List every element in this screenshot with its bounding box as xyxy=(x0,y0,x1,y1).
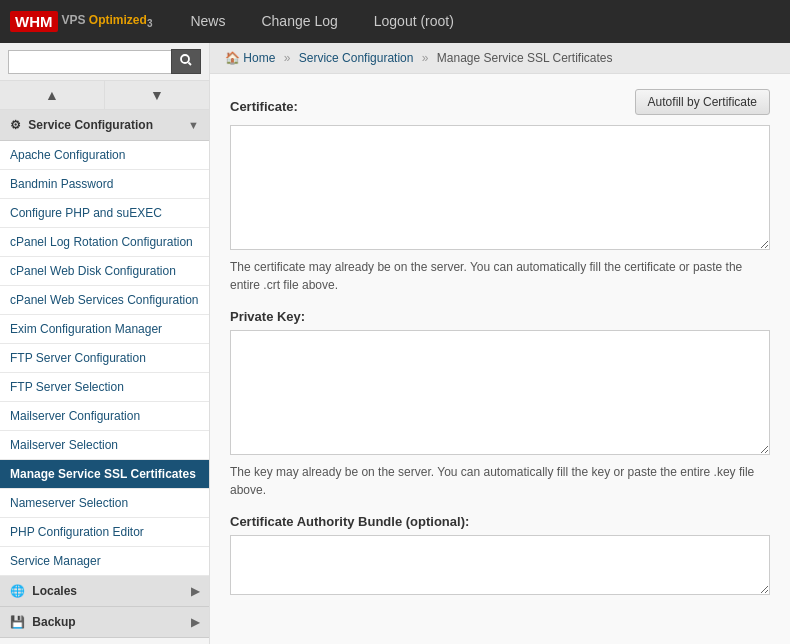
sidebar-arrows: ▲ ▼ xyxy=(0,81,209,110)
vps-text: VPS Optimized3 xyxy=(62,13,153,29)
search-button[interactable] xyxy=(171,49,201,74)
sidebar-item[interactable]: cPanel Web Services Configuration xyxy=(0,286,209,315)
sidebar-section-locales[interactable]: 🌐 Locales ▶ xyxy=(0,576,209,607)
sidebar-item[interactable]: PHP Configuration Editor xyxy=(0,518,209,547)
gear-icon: ⚙ xyxy=(10,118,21,132)
sidebar: ▲ ▼ ⚙ Service Configuration ▼ Apache Con… xyxy=(0,43,210,644)
sidebar-item[interactable]: cPanel Web Disk Configuration xyxy=(0,257,209,286)
logo: WHM VPS Optimized3 xyxy=(10,11,152,32)
svg-line-1 xyxy=(189,63,192,66)
sidebar-section-label: Service Configuration xyxy=(28,118,153,132)
breadcrumb-sep-1: » xyxy=(284,51,291,65)
sidebar-item[interactable]: Exim Configuration Manager xyxy=(0,315,209,344)
cab-textarea[interactable] xyxy=(230,535,770,595)
sidebar-locales-label: Locales xyxy=(32,584,77,598)
breadcrumb-service-config[interactable]: Service Configuration xyxy=(299,51,414,65)
chevron-down-icon: ▼ xyxy=(188,119,199,131)
sidebar-backup-label: Backup xyxy=(32,615,75,629)
svg-point-0 xyxy=(181,55,189,63)
cab-label: Certificate Authority Bundle (optional): xyxy=(230,514,770,529)
breadcrumb-current: Manage Service SSL Certificates xyxy=(437,51,613,65)
locales-arrow-icon: ▶ xyxy=(191,585,199,598)
backup-icon: 💾 xyxy=(10,615,25,629)
sidebar-item[interactable]: FTP Server Selection xyxy=(0,373,209,402)
sidebar-item[interactable]: Mailserver Selection xyxy=(0,431,209,460)
backup-arrow-icon: ▶ xyxy=(191,616,199,629)
sidebar-section-service-config[interactable]: ⚙ Service Configuration ▼ xyxy=(0,110,209,141)
content-area: Certificate: Autofill by Certificate The… xyxy=(210,74,790,610)
whm-logo-text: WHM xyxy=(10,11,58,32)
certificate-label: Certificate: xyxy=(230,99,298,114)
breadcrumb: 🏠 Home » Service Configuration » Manage … xyxy=(210,43,790,74)
search-input[interactable] xyxy=(8,50,171,74)
sidebar-items-list: Apache ConfigurationBandmin PasswordConf… xyxy=(0,141,209,576)
sidebar-down-arrow[interactable]: ▼ xyxy=(105,81,209,109)
breadcrumb-sep-2: » xyxy=(422,51,429,65)
sidebar-item[interactable]: Bandmin Password xyxy=(0,170,209,199)
search-icon xyxy=(180,54,192,66)
breadcrumb-home[interactable]: Home xyxy=(243,51,275,65)
nav-news[interactable]: News xyxy=(172,0,243,43)
search-bar xyxy=(0,43,209,81)
sidebar-item[interactable]: Nameserver Selection xyxy=(0,489,209,518)
home-icon: 🏠 xyxy=(225,51,240,65)
top-navigation: WHM VPS Optimized3 News Change Log Logou… xyxy=(0,0,790,43)
nav-logout[interactable]: Logout (root) xyxy=(356,0,472,43)
sidebar-item[interactable]: Service Manager xyxy=(0,547,209,576)
main-layout: ▲ ▼ ⚙ Service Configuration ▼ Apache Con… xyxy=(0,43,790,644)
sidebar-item[interactable]: Configure PHP and suEXEC xyxy=(0,199,209,228)
sidebar-item[interactable]: Mailserver Configuration xyxy=(0,402,209,431)
certificate-textarea[interactable] xyxy=(230,125,770,250)
sidebar-item[interactable]: Apache Configuration xyxy=(0,141,209,170)
main-content: 🏠 Home » Service Configuration » Manage … xyxy=(210,43,790,644)
certificate-hint: The certificate may already be on the se… xyxy=(230,258,770,294)
sidebar-item[interactable]: Manage Service SSL Certificates xyxy=(0,460,209,489)
locales-icon: 🌐 xyxy=(10,584,25,598)
sidebar-item[interactable]: FTP Server Configuration xyxy=(0,344,209,373)
private-key-hint: The key may already be on the server. Yo… xyxy=(230,463,770,499)
sidebar-up-arrow[interactable]: ▲ xyxy=(0,81,105,109)
autofill-certificate-button[interactable]: Autofill by Certificate xyxy=(635,89,770,115)
certificate-row-header: Certificate: Autofill by Certificate xyxy=(230,89,770,120)
nav-changelog[interactable]: Change Log xyxy=(243,0,355,43)
private-key-label: Private Key: xyxy=(230,309,770,324)
private-key-textarea[interactable] xyxy=(230,330,770,455)
sidebar-section-backup[interactable]: 💾 Backup ▶ xyxy=(0,607,209,638)
sidebar-item[interactable]: cPanel Log Rotation Configuration xyxy=(0,228,209,257)
